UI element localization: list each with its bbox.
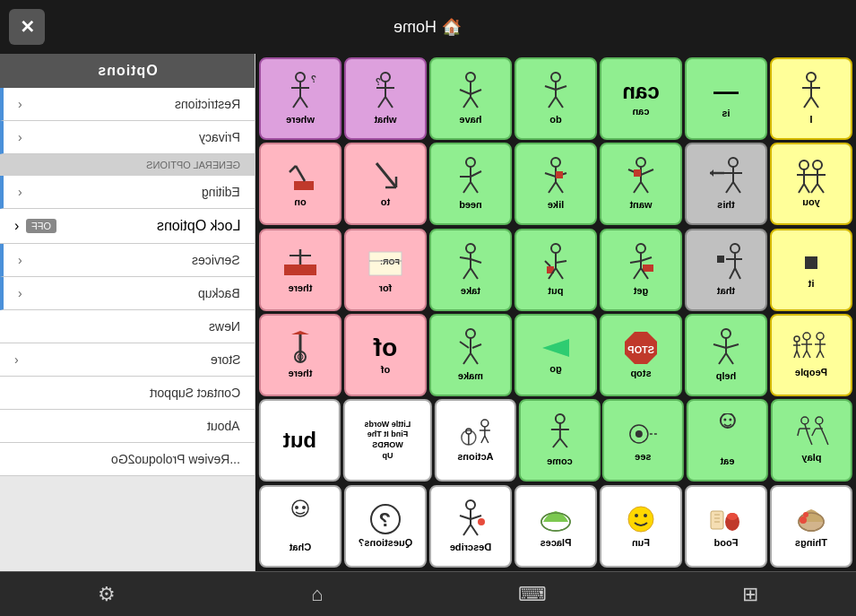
svg-line-134	[803, 351, 807, 358]
cell-like[interactable]: like	[514, 143, 597, 225]
cell-there[interactable]: there	[259, 229, 342, 311]
sidebar-item-lock-options[interactable]: Lock Options OFF ‹	[0, 209, 255, 244]
svg-line-177	[460, 515, 471, 518]
svg-point-159	[816, 417, 823, 424]
svg-point-130	[803, 333, 810, 340]
svg-point-174	[466, 499, 475, 508]
chevron-icon: ‹	[18, 185, 22, 199]
bottom-bar: ⚙ ⌂ ⌨ ⊞	[0, 571, 856, 616]
svg-point-68	[800, 161, 808, 169]
cell-get[interactable]: get	[600, 229, 682, 311]
cell-food[interactable]: Food	[685, 485, 767, 568]
sidebar-item-news[interactable]: News	[0, 310, 255, 343]
cell-that[interactable]: that	[685, 229, 767, 311]
grid-row-3: there FOR: for take put get that	[259, 229, 852, 311]
svg-line-15	[460, 90, 471, 94]
cell-places[interactable]: Places	[514, 485, 597, 568]
sidebar-item-services[interactable]: Services ‹	[0, 244, 255, 277]
home-button[interactable]: ⌂	[304, 576, 330, 613]
cell-need[interactable]: need	[429, 143, 512, 225]
svg-point-158	[723, 418, 726, 421]
svg-line-133	[807, 351, 810, 358]
grid-icon: ⊞	[742, 583, 758, 605]
cell-can[interactable]: can can	[600, 57, 682, 140]
svg-point-85	[551, 243, 560, 252]
cell-questions[interactable]: ? Questions?	[344, 485, 427, 568]
sidebar-item-store[interactable]: Store ‹	[0, 343, 255, 377]
cell-stop[interactable]: STOP stop	[600, 314, 682, 396]
cell-come[interactable]: come	[519, 399, 601, 482]
cell-people[interactable]: People	[770, 314, 852, 396]
cell-go[interactable]: go	[514, 314, 597, 396]
sidebar-item-privacy[interactable]: Privacy ‹	[0, 121, 255, 154]
svg-line-123	[726, 353, 733, 364]
home-icon: 🏠	[443, 17, 463, 37]
cell-but[interactable]: but	[259, 399, 341, 482]
cell-for[interactable]: FOR: for	[344, 229, 427, 311]
svg-line-124	[719, 353, 726, 364]
cell-have[interactable]: have	[429, 57, 512, 140]
svg-line-14	[471, 90, 481, 94]
sidebar-item-about[interactable]: About	[0, 410, 255, 443]
cell-of[interactable]: of of	[344, 314, 427, 396]
cell-do[interactable]: do	[514, 57, 597, 140]
chevron-icon: ‹	[18, 286, 22, 300]
cell-this[interactable]: this	[685, 143, 767, 225]
cell-eat[interactable]: eat	[687, 399, 768, 482]
cell-you[interactable]: you	[770, 143, 852, 225]
cell-put[interactable]: put	[514, 229, 597, 311]
cell-it[interactable]: it	[770, 229, 852, 311]
sidebar-item-editing[interactable]: Editing ‹	[0, 176, 255, 209]
cell-make[interactable]: make	[429, 314, 512, 396]
close-icon: ✕	[20, 16, 35, 38]
cell-help[interactable]: help	[685, 314, 767, 396]
grid-row-5: but Little WordsFind It TheWORDSUp Actio…	[259, 399, 852, 482]
cell-what[interactable]: ? what	[344, 57, 427, 140]
cell-fun[interactable]: Fun	[600, 485, 682, 568]
cell-chat[interactable]: Chat	[259, 485, 342, 568]
svg-line-87	[556, 260, 566, 262]
svg-point-140	[480, 420, 488, 427]
svg-point-24	[807, 73, 816, 82]
cell-where[interactable]: ? where	[259, 57, 342, 140]
cell-take[interactable]: take	[429, 229, 512, 311]
svg-rect-96	[643, 264, 653, 271]
cell-little-words[interactable]: Little WordsFind It TheWORDSUp	[343, 399, 432, 482]
svg-line-82	[460, 256, 471, 258]
close-button[interactable]: ✕	[9, 9, 45, 45]
cell-want[interactable]: want	[600, 143, 682, 225]
settings-icon: ⚙	[98, 583, 116, 605]
sidebar-item-review[interactable]: Review Proloquo2Go...	[0, 443, 255, 476]
sidebar-header: Options	[0, 54, 255, 88]
svg-line-179	[463, 524, 471, 534]
svg-point-55	[729, 158, 738, 167]
cell-on[interactable]: on	[259, 143, 342, 225]
home-icon: ⌂	[311, 583, 323, 605]
cell-is[interactable]: — is	[685, 57, 767, 140]
svg-line-44	[545, 173, 556, 177]
grid-button[interactable]: ⊞	[735, 576, 765, 613]
cell-to[interactable]: to	[344, 143, 427, 225]
svg-line-40	[463, 182, 471, 193]
cell-actions[interactable]: Actions	[435, 399, 516, 482]
keyboard-button[interactable]: ⌨	[511, 576, 554, 613]
svg-point-171	[295, 505, 298, 508]
cell-describe[interactable]: Describe	[429, 485, 512, 568]
sidebar-item-backup[interactable]: Backup ‹	[0, 277, 255, 310]
svg-point-180	[478, 517, 485, 525]
svg-rect-188	[711, 510, 723, 528]
svg-line-72	[799, 184, 804, 193]
cell-play[interactable]: play	[771, 399, 852, 482]
svg-line-102	[735, 267, 740, 278]
cell-i[interactable]: I	[770, 57, 852, 140]
svg-point-12	[466, 73, 475, 82]
cell-things[interactable]: Things	[770, 485, 852, 568]
svg-line-121	[726, 344, 739, 348]
cell-there2[interactable]: there	[259, 314, 342, 396]
cell-see[interactable]: see	[602, 399, 684, 482]
svg-line-71	[804, 184, 809, 193]
keyboard-icon: ⌨	[518, 583, 547, 605]
sidebar-item-restrictions[interactable]: Restrictions ‹	[0, 88, 255, 121]
settings-button[interactable]: ⚙	[91, 576, 123, 613]
sidebar-item-contact-support[interactable]: Contact Support	[0, 377, 255, 410]
